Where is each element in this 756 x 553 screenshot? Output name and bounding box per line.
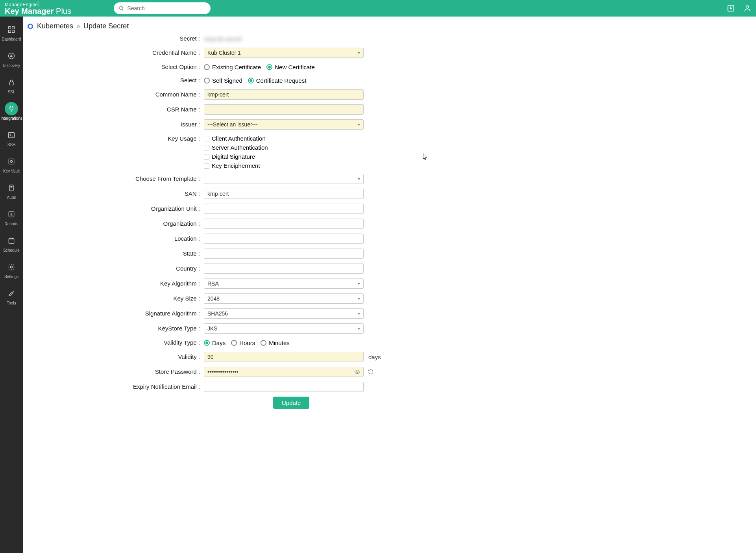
sidebar-item-label: SSH xyxy=(7,143,16,147)
product-logo: ManageEngine) Key Manager Plus xyxy=(5,2,71,15)
eye-icon[interactable] xyxy=(354,369,360,375)
breadcrumb-separator: » xyxy=(76,22,80,30)
svg-point-17 xyxy=(357,371,358,373)
top-bar-left: ManageEngine) Key Manager Plus xyxy=(5,2,211,15)
sidebar-item-dashboard[interactable]: Dashboard xyxy=(0,20,23,43)
search-input[interactable] xyxy=(127,2,206,14)
logo-line2-bold: Key Manager xyxy=(5,7,54,15)
radio-new-certificate[interactable]: New Certificate xyxy=(266,64,315,71)
label-location: Location xyxy=(174,235,197,242)
keystore-type-select[interactable]: JKS ▾ xyxy=(204,323,364,334)
key-size-value: 2048 xyxy=(207,295,220,302)
search-icon xyxy=(118,5,124,11)
radio-days[interactable]: Days xyxy=(204,340,226,346)
issuer-select[interactable]: ---Select an issuer--- ▾ xyxy=(204,119,364,130)
choose-template-select[interactable]: ▾ xyxy=(204,174,364,184)
terminal-icon xyxy=(7,131,15,139)
refresh-icon[interactable] xyxy=(368,369,374,375)
sidebar-item-label: Schedule xyxy=(3,248,20,252)
sidebar-item-audit[interactable]: Audit xyxy=(0,178,23,201)
checkbox-server-auth[interactable]: Server Authentication xyxy=(204,144,268,151)
label-key-usage: Key Usage xyxy=(168,135,196,142)
logo-line2-thin: Plus xyxy=(54,7,71,15)
update-secret-form: Secret : kmp-tls-secret Credential Name … xyxy=(23,34,756,409)
organization-input[interactable] xyxy=(204,219,364,229)
sidebar-item-schedule[interactable]: Schedule xyxy=(0,231,23,254)
user-icon[interactable] xyxy=(743,4,751,12)
sidebar-item-ssh[interactable]: SSH xyxy=(0,125,23,148)
main-content: Kubernetes » Update Secret Secret : kmp-… xyxy=(23,17,756,553)
state-input[interactable] xyxy=(204,249,364,259)
gear-icon xyxy=(7,263,15,271)
global-search[interactable] xyxy=(114,2,211,14)
sidebar-item-integrations[interactable]: Intergrations xyxy=(0,99,23,122)
org-unit-input[interactable] xyxy=(204,204,364,214)
expiry-email-input[interactable] xyxy=(204,382,364,392)
store-password-input[interactable] xyxy=(204,367,364,377)
country-input[interactable] xyxy=(204,264,364,274)
label-key-algorithm: Key Algorithm xyxy=(160,280,197,287)
label-validity-type: Validity Type xyxy=(164,339,197,346)
checkbox-key-encipherment[interactable]: Key Encipherment xyxy=(204,162,268,169)
update-button[interactable]: Update xyxy=(273,397,309,409)
csr-name-input[interactable] xyxy=(204,104,364,115)
signature-algorithm-select[interactable]: SHA256 ▾ xyxy=(204,308,364,319)
sidebar-item-keyvault[interactable]: Key Vault xyxy=(0,152,23,175)
key-size-select[interactable]: 2048 ▾ xyxy=(204,293,364,304)
chevron-down-icon: ▾ xyxy=(358,50,360,56)
radio-existing-certificate[interactable]: Existing Certificate xyxy=(204,64,261,71)
sidebar-item-discovery[interactable]: Discovery xyxy=(0,46,23,69)
chevron-down-icon: ▾ xyxy=(358,176,360,182)
lock-icon xyxy=(7,78,15,86)
sidebar-item-ssl[interactable]: SSL xyxy=(0,72,23,96)
sidebar: Dashboard Discovery SSL Intergrations SS… xyxy=(0,17,23,553)
label-choose-template: Choose From Template xyxy=(135,175,197,182)
sidebar-item-label: Reports xyxy=(4,222,18,226)
dashboard-icon xyxy=(7,26,15,33)
vault-icon xyxy=(7,158,15,165)
radio-minutes[interactable]: Minutes xyxy=(261,340,290,346)
sidebar-item-settings[interactable]: Settings xyxy=(0,257,23,280)
logo-curve-icon: ) xyxy=(38,0,40,7)
validity-input[interactable] xyxy=(204,352,364,362)
chevron-down-icon: ▾ xyxy=(358,122,360,127)
breadcrumb-section[interactable]: Kubernetes xyxy=(37,22,73,30)
breadcrumb: Kubernetes » Update Secret xyxy=(23,17,756,34)
radio-self-signed[interactable]: Self Signed xyxy=(204,77,242,84)
svg-rect-9 xyxy=(9,159,14,164)
san-input[interactable] xyxy=(204,189,364,199)
label-select: Select xyxy=(180,77,197,84)
top-bar: ManageEngine) Key Manager Plus xyxy=(0,0,756,17)
checkbox-client-auth[interactable]: Client Authentication xyxy=(204,135,268,142)
checkbox-digital-signature[interactable]: Digital Signature xyxy=(204,153,268,160)
common-name-input[interactable] xyxy=(204,89,364,100)
download-icon[interactable] xyxy=(727,4,735,12)
tools-icon xyxy=(7,289,15,297)
label-signature-algorithm: Signature Algorithm xyxy=(145,310,197,317)
label-secret: Secret xyxy=(179,35,196,42)
svg-rect-3 xyxy=(12,27,15,29)
chart-icon xyxy=(7,210,15,218)
sidebar-item-label: Intergrations xyxy=(0,116,22,121)
kubernetes-icon xyxy=(27,23,34,30)
radio-hours[interactable]: Hours xyxy=(231,340,255,346)
svg-rect-8 xyxy=(9,132,15,137)
sidebar-item-reports[interactable]: Reports xyxy=(0,204,23,228)
signature-algorithm-value: SHA256 xyxy=(207,310,228,317)
chevron-down-icon: ▾ xyxy=(358,311,360,316)
credential-name-select[interactable]: Kub Cluster 1 ▾ xyxy=(204,48,364,58)
svg-rect-13 xyxy=(9,238,14,243)
label-expiry-email: Expiry Notification Email xyxy=(133,383,197,390)
plug-icon xyxy=(7,105,15,113)
svg-point-10 xyxy=(11,161,13,163)
label-issuer: Issuer xyxy=(181,121,197,128)
label-common-name: Common Name xyxy=(155,91,197,98)
radio-certificate-request[interactable]: Certificate Request xyxy=(248,77,307,84)
location-input[interactable] xyxy=(204,234,364,244)
credential-name-value: Kub Cluster 1 xyxy=(207,50,241,56)
key-algorithm-select[interactable]: RSA ▾ xyxy=(204,278,364,289)
compass-icon xyxy=(7,52,15,60)
chevron-down-icon: ▾ xyxy=(358,296,360,301)
sidebar-item-label: Discovery xyxy=(3,63,20,68)
sidebar-item-tools[interactable]: Tools xyxy=(0,284,23,307)
